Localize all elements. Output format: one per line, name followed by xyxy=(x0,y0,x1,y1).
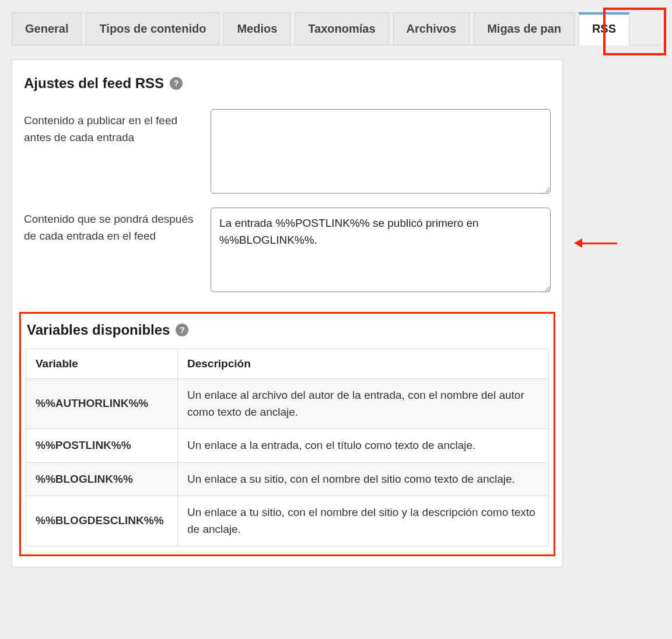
var-name: %%POSTLINK%% xyxy=(26,429,178,463)
table-row: %%BLOGLINK%% Un enlace a su sitio, con e… xyxy=(26,462,549,496)
form-row-before: Contenido a publicar en el feed antes de… xyxy=(12,97,562,208)
table-header-row: Variable Descripción xyxy=(26,349,549,379)
form-row-after: Contenido que se pondrá después de cada … xyxy=(12,208,562,306)
variables-table: Variable Descripción %%AUTHORLINK%% Un e… xyxy=(26,349,549,546)
table-row: %%AUTHORLINK%% Un enlace al archivo del … xyxy=(26,379,549,429)
var-desc: Un enlace a tu sitio, con el nombre del … xyxy=(178,496,549,546)
annotation-highlight-variables: Variables disponibles ? Variable Descrip… xyxy=(19,312,555,556)
settings-panel: Ajustes del feed RSS ? Contenido a publi… xyxy=(12,59,563,567)
tab-archivos[interactable]: Archivos xyxy=(393,12,470,45)
textarea-before-content[interactable] xyxy=(211,109,551,194)
var-desc: Un enlace al archivo del autor de la ent… xyxy=(178,379,549,429)
var-desc: Un enlace a su sitio, con el nombre del … xyxy=(178,462,549,496)
label-after-content: Contenido que se pondrá después de cada … xyxy=(24,208,199,244)
var-name: %%BLOGLINK%% xyxy=(26,462,178,496)
var-name: %%AUTHORLINK%% xyxy=(26,379,178,429)
table-row: %%BLOGDESCLINK%% Un enlace a tu sitio, c… xyxy=(26,496,549,546)
tab-rss[interactable]: RSS xyxy=(579,12,629,45)
section-title-text: Ajustes del feed RSS xyxy=(24,75,164,92)
annotation-arrow xyxy=(574,238,617,248)
var-desc: Un enlace a la entrada, con el título co… xyxy=(178,429,549,463)
section-title-variables: Variables disponibles ? xyxy=(26,320,549,349)
th-description: Descripción xyxy=(178,349,549,379)
help-icon[interactable]: ? xyxy=(176,324,188,336)
help-icon[interactable]: ? xyxy=(170,77,183,90)
tab-medios[interactable]: Medios xyxy=(223,12,290,45)
tab-taxonomias[interactable]: Taxonomías xyxy=(295,12,388,45)
tab-general[interactable]: General xyxy=(12,12,82,45)
section-title-rss: Ajustes del feed RSS ? xyxy=(12,60,562,97)
var-name: %%BLOGDESCLINK%% xyxy=(26,496,178,546)
tab-tipos-de-contenido[interactable]: Tipos de contenido xyxy=(86,12,219,45)
tab-migas-de-pan[interactable]: Migas de pan xyxy=(474,12,575,45)
tabs-bar: General Tipos de contenido Medios Taxono… xyxy=(12,12,660,45)
textarea-after-content[interactable] xyxy=(211,208,551,292)
table-row: %%POSTLINK%% Un enlace a la entrada, con… xyxy=(26,429,549,463)
label-before-content: Contenido a publicar en el feed antes de… xyxy=(24,109,199,146)
section-title-text: Variables disponibles xyxy=(27,322,170,338)
th-variable: Variable xyxy=(26,349,178,379)
